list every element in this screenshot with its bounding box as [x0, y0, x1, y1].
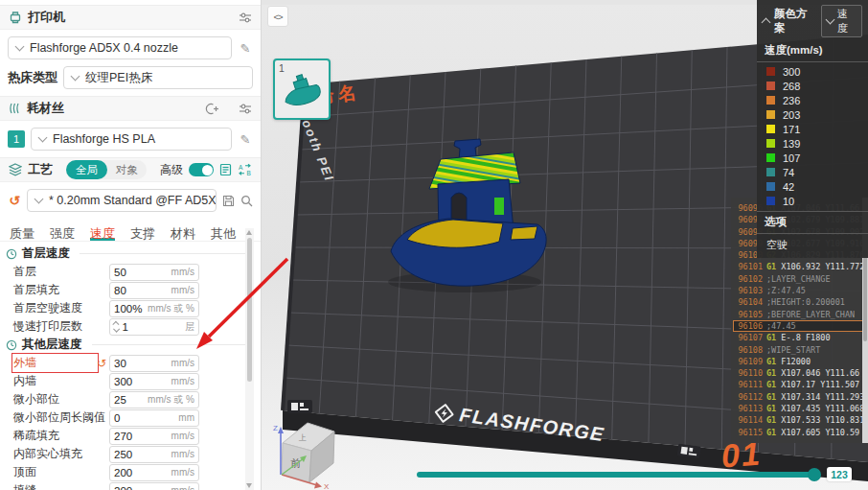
- gcode-line[interactable]: 96105;BEFORE_LAYER_CHAN: [733, 309, 868, 320]
- gcode-line[interactable]: 96107G1 E-.8 F1800: [733, 332, 868, 343]
- setting-value[interactable]: 1: [123, 321, 128, 333]
- edit-printer-icon[interactable]: ✎: [238, 41, 253, 56]
- gcode-text: ;Z:47.45: [766, 285, 806, 296]
- advanced-toggle[interactable]: [189, 163, 214, 176]
- process-section-header: 工艺 全局 对象 高级 AB: [0, 157, 261, 182]
- scope-global[interactable]: 全局: [66, 160, 107, 179]
- legend-item: 236: [757, 93, 868, 107]
- gcode-command: G1: [766, 428, 781, 437]
- scroll-down-icon[interactable]: [246, 483, 252, 488]
- setting-unit: mm/s: [171, 376, 194, 386]
- gcode-line-number: 96114: [733, 414, 763, 426]
- plate-handle-icon[interactable]: [676, 442, 701, 462]
- legend-swatch: [766, 67, 775, 76]
- setting-input[interactable]: 200mm/s: [109, 482, 199, 490]
- process-section-title: 工艺: [28, 161, 53, 178]
- gcode-scrollbar-thumb[interactable]: [863, 250, 867, 341]
- setting-value[interactable]: 80: [114, 285, 126, 296]
- gcode-line[interactable]: 96103;Z:47.45: [733, 285, 868, 296]
- printer-section-title: 打印机: [28, 9, 65, 26]
- gcode-line[interactable]: 96106;47.45: [733, 320, 868, 332]
- parameter-list-icon[interactable]: [219, 163, 232, 176]
- scrollbar-thumb[interactable]: [247, 238, 252, 382]
- printer-settings-icon[interactable]: [239, 12, 252, 24]
- gcode-line[interactable]: 96102;LAYER_CHANGE: [733, 273, 868, 285]
- setting-value[interactable]: 30: [114, 358, 126, 369]
- setting-input[interactable]: 200mm/s: [109, 464, 199, 481]
- setting-input[interactable]: 300mm/s: [109, 373, 199, 390]
- plate-handle-icon[interactable]: [287, 400, 312, 417]
- collapse-panel-icon[interactable]: [762, 18, 771, 28]
- save-preset-icon[interactable]: [222, 195, 235, 207]
- filament-preset-select[interactable]: Flashforge HS PLA: [31, 128, 232, 151]
- add-filament-icon[interactable]: [204, 103, 219, 115]
- legend-swatch: [766, 139, 775, 148]
- tab-material[interactable]: 材料: [171, 225, 195, 241]
- gcode-line-number: 96109: [733, 356, 763, 367]
- gcode-line[interactable]: 96108;WIPE_START: [733, 344, 868, 356]
- setting-input[interactable]: 250mm/s: [109, 446, 199, 463]
- filament-settings-icon[interactable]: [239, 103, 252, 115]
- gcode-line[interactable]: 96110G1 X107.046 Y111.66: [733, 367, 868, 379]
- setting-value[interactable]: 250: [114, 449, 132, 460]
- tab-quality[interactable]: 质量: [10, 225, 34, 241]
- settings-scrollbar[interactable]: [245, 228, 254, 490]
- setting-input[interactable]: 50mm/s: [109, 264, 199, 281]
- setting-value[interactable]: 25: [114, 394, 126, 406]
- gcode-line[interactable]: 96111G1 X107.17 Y111.507: [733, 379, 868, 390]
- gcode-line-number: 96106: [733, 320, 763, 332]
- compare-presets-icon[interactable]: AB: [238, 163, 252, 176]
- setting-value[interactable]: 50: [114, 267, 126, 278]
- setting-input[interactable]: 80mm/s: [109, 282, 199, 299]
- gcode-line[interactable]: 96104;HEIGHT:0.200001: [733, 296, 868, 308]
- gcode-move-slider[interactable]: [417, 472, 819, 478]
- orientation-cube[interactable]: 上 前 Z X: [273, 423, 334, 490]
- slider-handle[interactable]: [808, 468, 821, 481]
- collapse-sidebar-button[interactable]: <>: [267, 6, 288, 27]
- bed-type-select[interactable]: 纹理PEI热床: [63, 66, 253, 89]
- tab-others[interactable]: 其他: [211, 225, 236, 241]
- gcode-line[interactable]: 96101G1 X106.932 Y111.772 I: [733, 261, 868, 272]
- search-parameters-icon[interactable]: [240, 195, 253, 207]
- gcode-args: X107.314 Y111.293: [781, 392, 864, 402]
- color-scheme-select[interactable]: 速度: [821, 5, 862, 37]
- tab-support[interactable]: 支撑: [130, 225, 155, 241]
- scroll-up-icon[interactable]: [246, 230, 252, 235]
- setting-input[interactable]: 270mm/s: [109, 428, 199, 445]
- edit-filament-icon[interactable]: ✎: [238, 132, 253, 147]
- travel-toggle[interactable]: 空驶: [757, 233, 868, 252]
- setting-input[interactable]: 25mm/s 或 %: [109, 391, 199, 408]
- tab-strength[interactable]: 强度: [50, 225, 75, 241]
- setting-label: 首层空驶速度: [13, 300, 109, 316]
- stepper-icon[interactable]: [114, 322, 119, 332]
- setting-value[interactable]: 100%: [114, 303, 142, 315]
- setting-value[interactable]: 0: [114, 412, 120, 424]
- reset-icon[interactable]: ↺: [97, 357, 106, 370]
- printer-preset-select[interactable]: Flashforge AD5X 0.4 nozzle: [8, 36, 232, 59]
- gcode-args: X106.932 Y111.772 I: [781, 262, 868, 271]
- layers-icon: [9, 163, 22, 176]
- gcode-line[interactable]: 96112G1 X107.314 Y111.293: [733, 391, 868, 403]
- setting-input[interactable]: 1层: [109, 318, 199, 336]
- scope-object[interactable]: 对象: [107, 163, 147, 177]
- setting-value[interactable]: 200: [114, 467, 132, 478]
- viewport-3d[interactable]: 上 前 Z X <> 1 未命名 Smooth PEI FL: [262, 0, 868, 490]
- process-preset-select[interactable]: * 0.20mm Standard @FF AD5X: [27, 189, 217, 212]
- gcode-line[interactable]: 96109G1 F12000: [733, 356, 868, 367]
- setting-value[interactable]: 200: [114, 485, 132, 490]
- scope-toggle[interactable]: 全局 对象: [66, 160, 147, 179]
- gcode-line[interactable]: 96115G1 X107.605 Y110.59: [733, 427, 868, 438]
- printer-preset-value: Flashforge AD5X 0.4 nozzle: [30, 41, 178, 55]
- setting-input[interactable]: 100%mm/s 或 %: [109, 300, 199, 317]
- setting-value[interactable]: 300: [114, 376, 132, 387]
- reset-preset-icon[interactable]: ↺: [8, 193, 21, 208]
- gcode-line[interactable]: 96114G1 X107.533 Y110.831: [733, 414, 868, 426]
- tab-speed[interactable]: 速度: [90, 225, 115, 241]
- setting-input[interactable]: 30mm/s: [109, 355, 199, 372]
- filament-slot-badge[interactable]: 1: [8, 130, 25, 148]
- gcode-line[interactable]: 96113G1 X107.435 Y111.068: [733, 403, 868, 414]
- setting-input[interactable]: 0mm: [109, 409, 199, 427]
- plate-thumbnail[interactable]: 1: [273, 58, 331, 120]
- setting-value[interactable]: 270: [114, 431, 132, 442]
- gcode-line-number: 96110: [733, 367, 763, 379]
